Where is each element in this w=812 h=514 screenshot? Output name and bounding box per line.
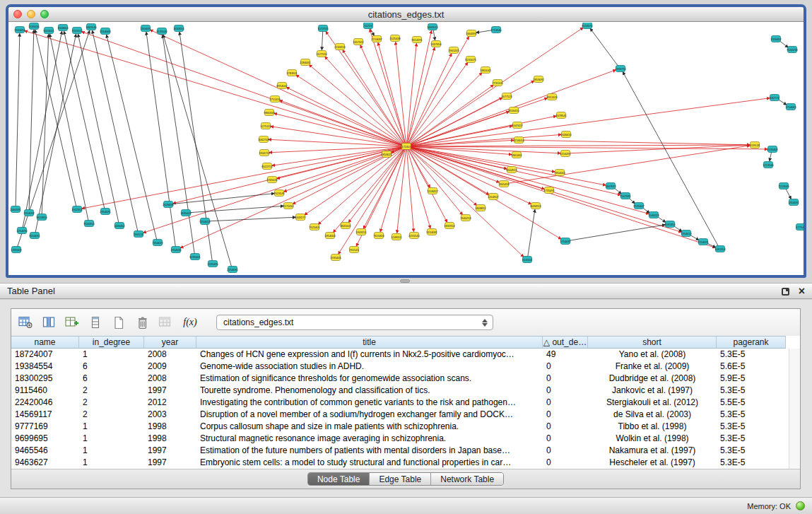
graph-node[interactable]: 2284061 [300, 59, 311, 66]
graph-node[interactable]: 1275112 [260, 123, 271, 129]
new-file-button[interactable] [109, 313, 129, 332]
graph-node[interactable]: 1909251 [355, 229, 367, 235]
function-builder-button[interactable]: f(x) [179, 313, 201, 332]
graph-node[interactable]: 1125438 [389, 35, 401, 42]
table-mode-button[interactable] [16, 313, 35, 332]
graph-node[interactable]: 1835409 [180, 210, 192, 216]
graph-node[interactable]: 9951324 [546, 94, 558, 100]
graph-node[interactable]: 1669513 [427, 24, 438, 30]
graph-node[interactable]: 1127594 [316, 51, 327, 57]
graph-node[interactable]: 9540218 [787, 47, 798, 53]
table-row[interactable]: 1456911722003Disruption of a novel membe… [11, 409, 800, 421]
table-row[interactable]: 977716911998Corpus callosum shape and si… [11, 421, 800, 433]
graph-node[interactable]: 8504913 [506, 167, 517, 173]
graph-node[interactable]: 8133074 [582, 23, 593, 29]
graph-node[interactable]: 2060591 [10, 206, 21, 213]
graph-node[interactable]: 7640213 [460, 215, 471, 221]
table-row[interactable]: 911546021997Tourette syndrome. Phenomeno… [11, 385, 800, 397]
graph-node[interactable]: 1254090 [16, 228, 28, 234]
graph-node[interactable]: 2204907 [488, 194, 499, 200]
graph-node[interactable]: 177540 [796, 224, 804, 230]
graph-node[interactable]: 1664391 [466, 30, 477, 37]
graph-node[interactable]: 9860343 [264, 110, 275, 116]
graph-node[interactable]: 1867913 [605, 183, 616, 189]
graph-node[interactable]: 9254013 [199, 218, 211, 225]
graph-node[interactable]: 8954042 [276, 83, 288, 89]
graph-node[interactable]: 1832954 [444, 223, 455, 229]
graph-node[interactable]: 2265031 [266, 177, 278, 183]
graph-node[interactable]: 1154491 [560, 151, 571, 157]
graph-node[interactable]: 1853021 [381, 151, 392, 158]
graph-node[interactable]: 1643277 [295, 214, 306, 221]
graph-node[interactable]: 9135540 [156, 28, 167, 35]
column-header-out_de[interactable]: △ out_de… [543, 336, 588, 349]
table-select-combo[interactable]: citations_edges.txt [216, 315, 493, 330]
graph-node[interactable]: 1805493 [498, 181, 510, 187]
tab-edge-table[interactable]: Edge Table [370, 473, 431, 485]
graph-node[interactable]: 8841002 [340, 223, 351, 229]
table-row[interactable]: 1830029562008Estimation of significance … [11, 373, 800, 385]
graph-node[interactable]: 1354091 [140, 25, 151, 32]
graph-node[interactable]: 2231540 [408, 233, 420, 239]
graph-node[interactable]: 2354091 [100, 209, 111, 215]
graph-node[interactable]: 2167991 [620, 193, 631, 199]
graph-node[interactable]: 3062743 [258, 136, 269, 143]
graph-node[interactable]: 1091354 [714, 246, 726, 252]
delete-button[interactable] [132, 313, 152, 332]
graph-node[interactable]: 1954092 [23, 210, 35, 216]
table-row[interactable]: 1872400712008Changes of HCN gene express… [11, 349, 800, 361]
graph-node[interactable]: 1540223 [648, 212, 659, 218]
column-header-short[interactable]: short [588, 336, 717, 349]
column-header-title[interactable]: title [196, 336, 543, 349]
graph-node[interactable]: 1754092 [560, 238, 571, 245]
graph-node[interactable]: 2135409 [767, 146, 778, 153]
graph-node[interactable]: 7553112 [71, 28, 83, 34]
graph-node[interactable]: 1646410 [560, 132, 572, 138]
graph-node[interactable]: 8091354 [664, 221, 676, 228]
column-header-pagerank[interactable]: pagerank [717, 336, 786, 349]
graph-node[interactable]: 9613291 [411, 37, 423, 43]
graph-node[interactable]: 1906711 [259, 150, 270, 156]
graph-node[interactable]: 8554091 [29, 233, 40, 239]
graph-node[interactable]: 7623145 [273, 190, 285, 197]
graph-node[interactable]: 9540913 [83, 221, 95, 227]
graph-node[interactable]: 1754063 [785, 104, 796, 110]
graph-node[interactable]: 2078541 [555, 112, 567, 119]
graph-node[interactable]: 1535016 [28, 23, 40, 30]
graph-node[interactable]: 9024011 [43, 28, 54, 34]
graph-node[interactable]: 7525401 [309, 224, 320, 230]
graph-node[interactable]: 1213540 [763, 162, 774, 168]
graph-node[interactable]: 2254091 [227, 267, 238, 273]
graph-node[interactable]: 8554063 [100, 28, 111, 35]
close-panel-icon[interactable]: × [799, 286, 805, 296]
graph-node[interactable]: 172401 [401, 144, 411, 150]
citation-network-graph[interactable]: 1724012284061178390189540422751419986034… [8, 23, 804, 275]
graph-node[interactable]: 7213549 [778, 183, 789, 189]
graph-node[interactable]: 1906603 [57, 25, 69, 31]
graph-node[interactable]: 1635402 [114, 223, 125, 229]
graph-node[interactable]: 7615403 [373, 233, 384, 239]
graph-node[interactable]: 1861540 [86, 24, 97, 30]
graph-node[interactable]: 9154082 [426, 229, 437, 235]
new-column-button[interactable] [62, 313, 82, 332]
graph-node[interactable]: 2626696 [163, 201, 174, 208]
graph-node[interactable]: 8556410 [508, 107, 519, 114]
graph-node[interactable]: 7731105 [492, 80, 503, 86]
graph-node[interactable]: 1966794 [615, 66, 626, 72]
graph-node[interactable]: 1356402 [770, 36, 782, 42]
graph-node[interactable]: 1657322 [353, 39, 364, 45]
column-header-year[interactable]: year [144, 336, 196, 349]
graph-node[interactable]: 8231075 [465, 57, 476, 63]
graph-node[interactable]: 8022752 [261, 163, 273, 170]
graph-node[interactable]: 182774 [770, 95, 779, 101]
show-columns-button[interactable] [39, 313, 59, 332]
rows-button[interactable] [86, 313, 105, 332]
table-row[interactable]: 2242004622012Investigating the contribut… [11, 397, 800, 409]
graph-node[interactable]: 1922354 [71, 206, 83, 213]
graph-node[interactable]: 2160694 [14, 27, 25, 33]
graph-node[interactable]: 1954035 [170, 247, 182, 253]
graph-node[interactable]: 7713540 [490, 27, 502, 33]
graph-node[interactable]: 1677123 [501, 93, 512, 100]
graph-node[interactable]: 7354019 [152, 240, 163, 246]
window-titlebar[interactable]: citations_edges.txt [8, 7, 804, 22]
